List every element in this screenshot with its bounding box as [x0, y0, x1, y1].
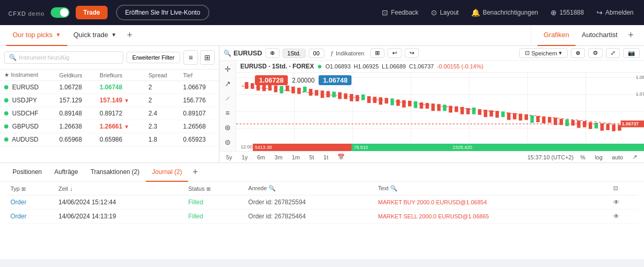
screenshot-button[interactable]: 📷: [623, 48, 640, 58]
feedback-icon: ⊡: [382, 8, 388, 17]
auto-toggle[interactable]: auto: [610, 154, 626, 161]
time-1m[interactable]: 1m: [289, 154, 302, 161]
svg-rect-60: [524, 114, 528, 120]
add-symbol-button[interactable]: ⊕: [265, 48, 279, 58]
time-5t[interactable]: 5t: [307, 154, 317, 161]
chart-toolbar: 🔍 EURUSD ⊕ 1Std. 00 ƒ Indikatoren ⊞ ↩ ↪ …: [219, 46, 644, 61]
table-row[interactable]: GBPUSD 1.26638 1.26661 ▼ 2.3 1.26568: [0, 120, 219, 133]
tab-auftraege[interactable]: Aufträge: [48, 163, 84, 182]
list-view-icon[interactable]: ≡: [183, 50, 198, 65]
col-header-spread: Spread: [144, 69, 179, 81]
order-view[interactable]: 👁: [609, 195, 638, 210]
live-account-button[interactable]: Eröffnen Sie Ihr Live-Konto: [116, 5, 210, 20]
settings-button[interactable]: ⚙: [588, 48, 603, 58]
chart-time-display: 15:37:10 (UTC+2): [528, 154, 573, 160]
time-5y[interactable]: 5y: [224, 154, 235, 161]
filter-button[interactable]: Erweiterter Filter: [126, 52, 180, 63]
table-row[interactable]: EURUSD 1.06728 1.06748 2 1.06679: [0, 81, 219, 94]
spread-value: 2.00000: [292, 77, 314, 84]
time-3m[interactable]: 3m: [272, 154, 285, 161]
table-row[interactable]: USDCHF 0.89148 0.89172 2.4 0.89107: [0, 107, 219, 120]
bell-icon: 🔔: [471, 8, 480, 17]
add-bottom-tab[interactable]: +: [188, 167, 202, 178]
redo-button[interactable]: ↪: [405, 48, 419, 58]
expand-icon[interactable]: ↗: [630, 153, 640, 161]
chart-bottom-controls: 5y 1y 6m 3m 1m 5t 1t 📅 15:37:10 (UTC+2) …: [219, 151, 644, 162]
measure-tool[interactable]: ⊛: [221, 121, 234, 134]
logout-icon: ↪: [596, 8, 603, 17]
table-row[interactable]: AUDUSD 0.65968 0.65986 1.8 0.65923: [0, 133, 219, 146]
time-6m[interactable]: 6m: [254, 154, 267, 161]
svg-rect-58: [513, 113, 517, 120]
band-red: 5413.38: [253, 144, 352, 151]
svg-rect-37: [391, 98, 394, 105]
crosshair-tool[interactable]: ✛: [221, 63, 234, 75]
svg-rect-38: [396, 100, 400, 106]
svg-rect-22: [303, 87, 307, 92]
copy-icon[interactable]: ⊡: [613, 185, 618, 191]
table-row[interactable]: USDJPY 157.129 157.149 ▼ 2 156.776: [0, 94, 219, 107]
time-1y[interactable]: 1y: [239, 154, 251, 161]
timeframe-button[interactable]: 1Std.: [283, 49, 306, 58]
layout-nav-item[interactable]: ⊙ Layout: [427, 6, 463, 19]
svg-rect-39: [402, 100, 406, 108]
save-button[interactable]: ⊡ Speichern ▾: [519, 48, 568, 58]
function-icon: ƒ: [331, 50, 334, 56]
calendar-icon[interactable]: 📅: [335, 153, 347, 161]
svg-rect-56: [501, 111, 505, 117]
indicators-button[interactable]: ƒ Indikatoren: [327, 49, 368, 57]
percent-toggle[interactable]: %: [578, 154, 588, 161]
log-toggle[interactable]: log: [592, 154, 605, 161]
cursor-tool[interactable]: ↗: [221, 77, 234, 90]
tab-autochartist[interactable]: Autochartist: [576, 25, 624, 46]
order-text: MARKET BUY 2000.0 EURUSD@1.06854: [374, 195, 609, 210]
logout-nav-item[interactable]: ↪ Abmelden: [592, 6, 638, 19]
undo-button[interactable]: ↩: [388, 48, 402, 58]
tab-grafiken[interactable]: Grafiken: [537, 25, 576, 46]
second-navigation: Our top picks ▼ Quick trade ▼ + Grafiken…: [0, 25, 644, 46]
demo-toggle[interactable]: [51, 7, 69, 18]
chart-pair: EURUSD · 1Std. · FOREX: [240, 63, 314, 70]
objects-button[interactable]: ⊞: [370, 48, 384, 58]
templates-button[interactable]: ⊕: [571, 48, 585, 58]
tab-transaktionen[interactable]: Transaktionen (2): [84, 163, 146, 182]
col-header-low: Tief: [179, 69, 219, 81]
search-icon: 🔍: [9, 54, 17, 61]
col-status: Status ⊞: [184, 182, 244, 195]
svg-rect-25: [321, 90, 324, 98]
tab-journal[interactable]: Journal (2): [146, 163, 188, 182]
svg-rect-75: [612, 124, 616, 131]
logo: CFXDdemo: [6, 7, 44, 18]
journal-row: Order 14/06/2024 15:12:44 Filled Order i…: [6, 195, 638, 210]
feedback-nav-item[interactable]: ⊡ Feedback: [378, 6, 423, 19]
tab-quick-trade[interactable]: Quick trade ▼: [67, 25, 123, 46]
filter-icon: ⊞: [206, 186, 210, 192]
notifications-nav-item[interactable]: 🔔 Benachrichtigungen: [467, 6, 542, 19]
chart-type-button[interactable]: 00: [309, 49, 324, 58]
grid-view-icon[interactable]: ⊞: [200, 50, 215, 65]
status-dot: [4, 111, 8, 115]
time-1t[interactable]: 1t: [321, 154, 331, 161]
ohlc-close: C1.06737: [409, 63, 434, 69]
tab-our-top-picks[interactable]: Our top picks ▼: [6, 25, 67, 46]
add-chart-tab-button[interactable]: +: [624, 30, 638, 41]
shapes-tool[interactable]: ≡: [221, 107, 234, 119]
add-tab-button[interactable]: +: [123, 30, 137, 41]
svg-rect-50: [466, 108, 470, 114]
line-tool[interactable]: ⟋: [221, 92, 234, 105]
svg-rect-47: [449, 106, 452, 113]
status-dot: [4, 137, 8, 142]
search-input-wrap[interactable]: 🔍 Instrument hinzufüg: [4, 51, 123, 64]
account-nav-item[interactable]: ⊕ 1551888: [546, 6, 588, 19]
order-view[interactable]: 👁: [609, 210, 638, 224]
ohlc-change: -0.00155 (-0.14%): [437, 63, 484, 69]
feedback-label: Feedback: [391, 9, 418, 16]
trade-button[interactable]: Trade: [76, 6, 107, 19]
svg-rect-13: [251, 83, 254, 89]
svg-rect-20: [291, 87, 295, 94]
svg-rect-23: [309, 89, 312, 96]
tab-positionen[interactable]: Positionen: [6, 163, 48, 182]
more-tools[interactable]: ⊜: [221, 136, 234, 148]
fullscreen-button[interactable]: ⤢: [606, 48, 620, 58]
bottom-panel: Positionen Aufträge Transaktionen (2) Jo…: [0, 162, 644, 259]
